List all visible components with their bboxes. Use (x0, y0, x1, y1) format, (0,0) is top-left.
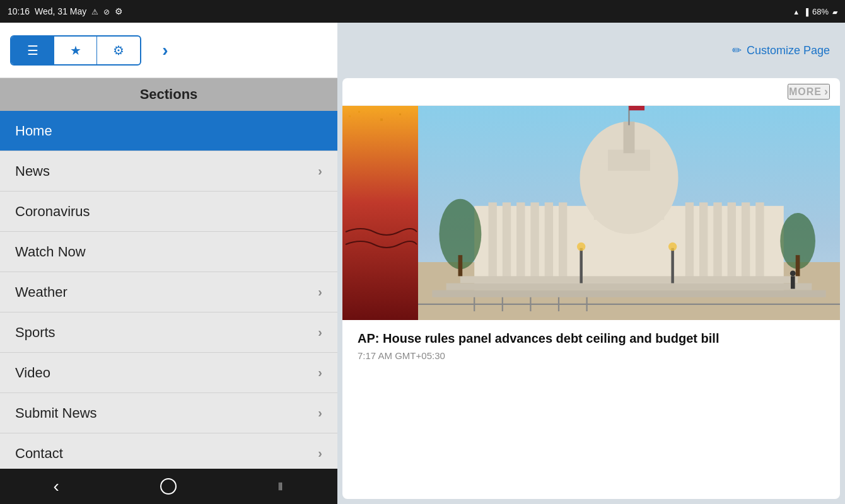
right-panel: Customize Page MORE › (337, 23, 845, 504)
svg-rect-12 (545, 202, 553, 280)
nav-item-coronavirus[interactable]: Coronavirus (0, 192, 337, 232)
news-content: AP: House rules panel advances debt ceil… (342, 320, 840, 371)
chevron-right-icon (318, 285, 322, 299)
recent-apps-icon: ⦀ (278, 480, 284, 493)
nav-item-weather[interactable]: Weather (0, 272, 337, 312)
nav-item-watch-now[interactable]: Watch Now (0, 232, 337, 272)
nav-item-label: Contact (15, 445, 63, 462)
svg-rect-19 (755, 202, 764, 280)
status-time: 10:16 (8, 6, 30, 16)
toolbar-chevron-button[interactable] (151, 37, 179, 64)
svg-rect-14 (685, 202, 694, 280)
nav-item-sports[interactable]: Sports (0, 312, 337, 353)
nav-item-home[interactable]: Home (0, 111, 337, 151)
nav-item-contact[interactable]: Contact (0, 433, 337, 469)
article-thumbnail-left (342, 106, 418, 320)
svg-rect-10 (516, 202, 525, 280)
article-thumbnail-right (418, 106, 840, 320)
bottom-navigation: ‹ ⦀ (0, 469, 337, 504)
svg-point-34 (668, 243, 677, 251)
nav-item-label: Coronavirus (15, 203, 90, 220)
status-right: 68% (793, 7, 837, 16)
list-view-button[interactable] (11, 37, 54, 64)
news-timestamp: 7:17 AM GMT+05:30 (358, 350, 825, 361)
svg-rect-17 (728, 202, 736, 280)
svg-rect-0 (342, 106, 418, 320)
block-icon (103, 6, 110, 16)
svg-point-40 (790, 270, 796, 276)
wifi-icon (793, 7, 800, 16)
svg-rect-8 (489, 202, 497, 280)
toolbar-btn-group (10, 35, 141, 66)
svg-rect-13 (559, 202, 567, 280)
settings-button[interactable] (97, 37, 140, 64)
alert-icon (91, 6, 98, 16)
sections-header: Sections (0, 78, 337, 111)
favorites-button[interactable] (54, 37, 97, 64)
svg-point-32 (577, 243, 585, 251)
svg-rect-23 (624, 122, 635, 153)
star-icon (70, 43, 81, 58)
nav-item-label: Submit News (15, 405, 97, 421)
svg-rect-30 (432, 290, 825, 297)
svg-rect-15 (699, 202, 708, 280)
more-button[interactable]: MORE › (788, 84, 830, 100)
signal-icon (803, 7, 808, 16)
customize-page-button[interactable]: Customize Page (732, 43, 830, 57)
svg-rect-18 (742, 202, 750, 280)
nav-item-label: News (15, 163, 50, 180)
more-bar: MORE › (342, 78, 840, 106)
svg-rect-4 (399, 113, 401, 115)
toolbar (0, 23, 337, 78)
svg-rect-33 (671, 248, 673, 284)
nav-item-video[interactable]: Video (0, 353, 337, 393)
status-left: 10:16 Wed, 31 May (8, 6, 123, 16)
status-date: Wed, 31 May (35, 6, 86, 16)
nav-item-label: Weather (15, 284, 67, 301)
nav-item-label: Video (15, 365, 50, 381)
images-row (342, 106, 840, 320)
content-area: MORE › (342, 78, 840, 499)
settings-status-icon (115, 6, 123, 16)
battery-icon (832, 7, 837, 16)
battery-level: 68% (812, 7, 829, 16)
chevron-right-icon (318, 406, 322, 420)
home-button[interactable] (149, 474, 187, 499)
svg-rect-31 (580, 248, 582, 284)
recent-apps-button[interactable]: ⦀ (262, 474, 300, 499)
sections-title: Sections (140, 86, 198, 103)
svg-rect-16 (713, 202, 721, 280)
capitol-image-svg (418, 106, 840, 320)
list-icon (27, 43, 38, 58)
home-icon (160, 478, 177, 495)
more-label: MORE (789, 86, 822, 98)
nav-item-label: Sports (15, 324, 55, 341)
nav-item-label: Home (15, 123, 52, 139)
customize-label: Customize Page (747, 44, 830, 57)
nav-item-news[interactable]: News (0, 151, 337, 192)
svg-rect-29 (446, 284, 812, 290)
svg-rect-9 (503, 202, 511, 280)
chevron-right-icon (162, 40, 168, 60)
right-header: Customize Page (337, 23, 845, 78)
more-chevron-icon: › (824, 85, 829, 98)
chevron-right-icon (318, 164, 322, 178)
pencil-icon (732, 43, 742, 57)
news-title: AP: House rules panel advances debt ceil… (358, 330, 825, 346)
nav-list: Home News Coronavirus Watch Now Weather … (0, 111, 337, 469)
svg-rect-11 (530, 202, 539, 280)
svg-rect-39 (791, 276, 795, 289)
back-button[interactable]: ‹ (37, 474, 75, 499)
gear-icon (113, 43, 124, 58)
svg-rect-28 (460, 276, 798, 283)
back-icon: ‹ (53, 476, 59, 496)
chevron-right-icon (318, 325, 322, 340)
main-container: Sections Home News Coronavirus Watch Now… (0, 23, 845, 504)
svg-rect-38 (796, 255, 800, 276)
chevron-right-icon (318, 365, 322, 380)
nav-item-submit-news[interactable]: Submit News (0, 393, 337, 433)
svg-rect-27 (629, 106, 645, 108)
svg-rect-1 (349, 115, 351, 117)
svg-rect-21 (594, 164, 665, 220)
svg-rect-3 (380, 118, 383, 121)
